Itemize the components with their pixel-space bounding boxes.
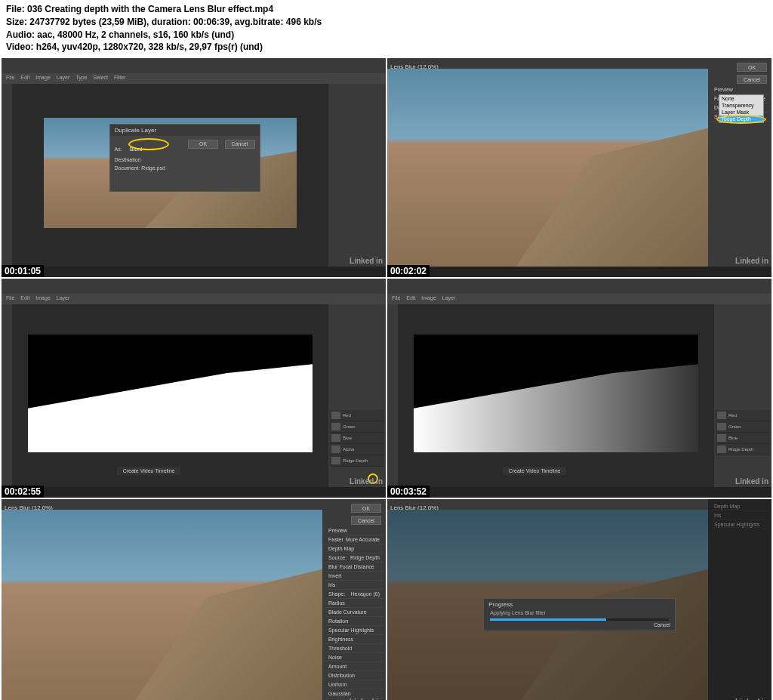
lens-canvas[interactable] bbox=[2, 510, 322, 700]
timestamp: 00:02:02 bbox=[387, 265, 430, 277]
ok-button[interactable]: OK bbox=[351, 504, 381, 513]
taskbar[interactable] bbox=[387, 487, 771, 498]
menu-bar: FileEditImageLayer bbox=[387, 294, 771, 304]
menu-item[interactable]: Edit bbox=[20, 75, 29, 82]
cancel-button[interactable]: Cancel bbox=[351, 516, 381, 525]
panels-right[interactable] bbox=[328, 84, 386, 267]
panels-right[interactable]: Red Green Blue Alpha Ridge Depth bbox=[328, 304, 386, 487]
progress-title: Progress bbox=[484, 599, 675, 610]
file-label: File: bbox=[6, 4, 25, 14]
frame-1: File Edit Image Layer Type Select Filter… bbox=[2, 58, 386, 277]
audio-value: aac, 48000 Hz, 2 channels, s16, 160 kb/s… bbox=[37, 29, 234, 40]
panels-right[interactable]: Red Green Blue Ridge Depth bbox=[714, 304, 771, 487]
menu-item[interactable]: Type bbox=[75, 75, 87, 82]
watermark: Linked in bbox=[350, 477, 383, 486]
watermark: Linked in bbox=[350, 257, 383, 265]
canvas[interactable] bbox=[12, 315, 328, 472]
frame-5: Lens Blur (12.0%) OK Cancel Preview Fast… bbox=[2, 499, 386, 700]
file-metadata: File: 036 Creating depth with the Camera… bbox=[0, 0, 773, 57]
menu-item[interactable]: Filter bbox=[114, 75, 126, 82]
frame-4: FileEditImageLayer Red Green Blue Ridge … bbox=[387, 279, 771, 498]
menu-item[interactable]: Image bbox=[35, 75, 50, 82]
menu-item[interactable]: Select bbox=[94, 75, 108, 82]
channels-panel: Red Green Blue Ridge Depth bbox=[716, 410, 770, 455]
title-bar bbox=[387, 279, 771, 294]
highlight-circle bbox=[716, 115, 766, 124]
menu-bar: FileEditImageLayer bbox=[2, 294, 386, 304]
toolbox[interactable] bbox=[2, 304, 12, 487]
lens-panel: Depth Map Iris Specular Highlights bbox=[708, 499, 771, 700]
progress-bar bbox=[490, 618, 669, 621]
duplicate-layer-dialog: Duplicate Layer As: Blurd Destination Do… bbox=[109, 124, 260, 192]
lens-panel: OK Cancel Preview Faster More Accurate D… bbox=[322, 499, 386, 700]
video-value: h264, yuv420p, 1280x720, 328 kb/s, 29,97… bbox=[36, 42, 263, 52]
progress-dialog: Progress Applying Lens Blur filter Cance… bbox=[483, 598, 676, 631]
title-bar bbox=[2, 58, 386, 73]
frame-6: Lens Blur (12.0%) Depth Map Iris Specula… bbox=[387, 499, 771, 700]
menu-item[interactable]: Layer bbox=[57, 75, 70, 82]
size-label: Size: bbox=[6, 17, 27, 27]
menu-bar: File Edit Image Layer Type Select Filter bbox=[2, 73, 386, 84]
taskbar[interactable] bbox=[2, 267, 386, 277]
create-timeline-button[interactable]: Create Video Timeline bbox=[503, 467, 567, 475]
ok-button[interactable]: OK bbox=[737, 63, 767, 72]
canvas[interactable] bbox=[398, 315, 714, 472]
ok-button[interactable]: OK bbox=[188, 140, 218, 149]
highlight-circle bbox=[128, 138, 169, 150]
audio-label: Audio: bbox=[6, 29, 35, 40]
create-timeline-button[interactable]: Create Video Timeline bbox=[117, 467, 181, 475]
dest-label: Destination bbox=[115, 157, 255, 162]
dialog-title: Duplicate Layer bbox=[110, 125, 260, 136]
lens-panel: OK Cancel Preview FasterMore Accurate De… bbox=[708, 58, 771, 267]
cancel-button[interactable]: Cancel bbox=[737, 75, 767, 84]
taskbar[interactable] bbox=[2, 487, 386, 498]
menu-item[interactable]: File bbox=[6, 75, 14, 82]
timestamp: 00:02:55 bbox=[2, 486, 44, 498]
size-value: 24737792 bytes (23,59 MiB), duration: 00… bbox=[29, 17, 322, 27]
cancel-button[interactable]: Cancel bbox=[654, 622, 670, 628]
frame-2: Lens Blur (12.0%) OK Cancel Preview Fast… bbox=[387, 58, 771, 277]
doc-label: Document: bbox=[115, 165, 140, 171]
toolbox[interactable] bbox=[387, 304, 398, 487]
title-bar bbox=[2, 279, 386, 294]
watermark: Linked in bbox=[735, 477, 768, 486]
video-label: Video: bbox=[6, 42, 33, 52]
cancel-button[interactable]: Cancel bbox=[225, 140, 255, 149]
watermark: Linked in bbox=[735, 257, 768, 265]
taskbar[interactable] bbox=[387, 267, 771, 277]
toolbox[interactable] bbox=[2, 84, 12, 267]
thumbnail-grid: File Edit Image Layer Type Select Filter… bbox=[0, 57, 773, 700]
source-dropdown[interactable]: None Transparency Layer Mask Ridge Depth bbox=[719, 94, 764, 123]
timestamp: 00:03:52 bbox=[387, 486, 430, 498]
doc-value[interactable]: Ridge.psd bbox=[141, 165, 165, 171]
timestamp: 00:01:05 bbox=[2, 265, 44, 277]
as-label: As: bbox=[115, 146, 122, 152]
file-value: 036 Creating depth with the Camera Lens … bbox=[27, 4, 273, 14]
channels-panel: Red Green Blue Alpha Ridge Depth bbox=[330, 410, 384, 467]
frame-3: FileEditImageLayer Red Green Blue Alpha … bbox=[2, 279, 386, 498]
progress-text: Applying Lens Blur filter bbox=[484, 610, 675, 615]
lens-canvas[interactable] bbox=[387, 69, 708, 267]
